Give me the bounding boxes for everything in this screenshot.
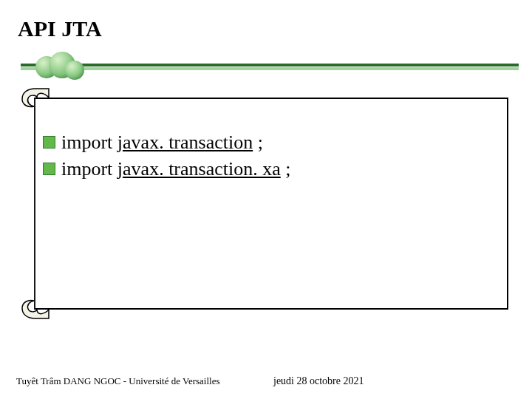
content-scroll-frame: import javax. transaction ; import javax… [21, 87, 508, 320]
text-tail: ; [281, 158, 291, 180]
footer-date: jeudi 28 octobre 2021 [273, 375, 364, 387]
accent-circles [35, 52, 87, 85]
circle-icon [65, 61, 84, 80]
text-plain: import [61, 158, 117, 180]
bullet-square-icon [43, 136, 55, 149]
text-underlined: javax. transaction. xa [117, 158, 281, 180]
accent-line-dark [21, 64, 519, 66]
bullet-text: import javax. transaction ; [61, 132, 263, 154]
content-body [34, 98, 508, 310]
scroll-curl-top-icon [21, 87, 50, 109]
bullet-list: import javax. transaction ; import javax… [43, 132, 494, 185]
text-plain: import [61, 132, 117, 153]
list-item: import javax. transaction ; [43, 132, 494, 154]
bullet-square-icon [43, 163, 55, 175]
footer-author: Tuyêt Trâm DANG NGOC - Université de Ver… [16, 375, 220, 387]
accent-line-light [21, 67, 519, 70]
text-tail: ; [253, 132, 263, 153]
header-decoration [21, 56, 519, 77]
list-item: import javax. transaction. xa ; [43, 158, 494, 180]
text-underlined: javax. transaction [117, 132, 253, 153]
page-title: API JTA [18, 16, 102, 41]
bullet-text: import javax. transaction. xa ; [61, 158, 291, 180]
scroll-curl-bottom-icon [21, 298, 50, 320]
